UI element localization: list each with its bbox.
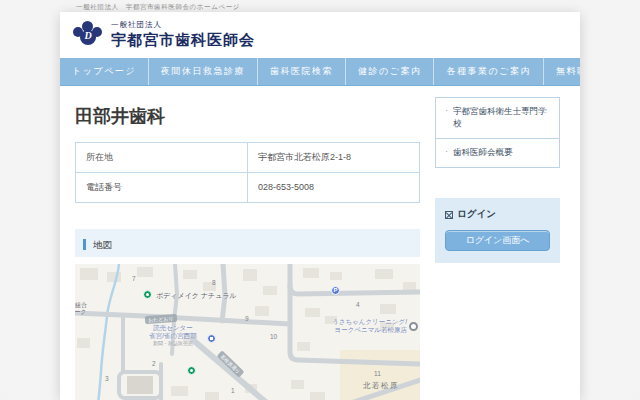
login-box: ログイン ログイン画面へ [435,198,560,263]
main-nav: トップページ 夜間休日救急診療 歯科医院検索 健診のご案内 各種事業のご案内 無… [60,58,580,86]
nav-item-top[interactable]: トップページ [60,58,148,85]
bullet-icon: ・ [443,147,450,159]
area-label: 北若松原 [363,381,399,391]
association-logo-icon[interactable]: D [72,21,104,49]
login-title: ログイン [445,208,550,221]
map-section-title: 地図 [83,239,112,250]
content-area: 田部井歯科 所在地 宇都宮市北若松原2-1-8 電話番号 028-653-500… [60,86,580,400]
org-type: 一般社団法人 [111,20,255,30]
plot-number: 8 [212,279,216,286]
phone-value: 028-653-5008 [248,172,420,202]
table-row-address: 所在地 宇都宮市北若松原2-1-8 [76,142,420,172]
yomiuri-poi-label: 読売センター 雀宮/雀の宮西部 新聞・雑誌販売店 [137,324,209,347]
cleaning-poi-marker-icon[interactable] [409,322,418,331]
map-embed[interactable]: おたどおり 若松原通り 協同組合 ワーク ボディメイク ナチュラル 読売センター… [75,264,420,400]
nav-item-clinic-search[interactable]: 歯科医院検索 [257,58,345,85]
plot-number: 9 [245,315,249,322]
fitness-poi-marker-icon[interactable] [143,290,152,299]
login-icon [445,211,453,219]
road-label: おたどおり [145,314,177,324]
logo-letter: D [82,30,94,41]
address-value: 宇都宮市北若松原2-1-8 [248,142,420,172]
plot-number: 7 [132,275,136,282]
nav-item-job-agency[interactable]: 無料職業紹介所 [543,58,580,85]
sidebar-link-association-overview[interactable]: ・ 歯科医師会概要 [436,138,559,167]
login-button[interactable]: ログイン画面へ [445,230,550,251]
cleaning-poi-label: うさちゃんクリーニング/ ヨークベニマル若松原店 [327,318,407,334]
site-header: D 一般社団法人 宇都宮市歯科医師会 [60,12,580,58]
fitness-poi-label: ボディメイク ナチュラル [156,291,237,301]
partial-poi-label: 協同組合 ワーク [75,302,87,318]
nav-item-emergency[interactable]: 夜間休日救急診療 [148,58,257,85]
plot-number: 3 [105,375,109,382]
plot-number: 10 [270,333,277,340]
sidebar-link-label: 歯科医師会概要 [453,147,513,159]
table-row-phone: 電話番号 028-653-5008 [76,172,420,202]
plot-number: 11 [374,370,381,377]
nav-item-checkup[interactable]: 健診のご案内 [345,58,433,85]
phone-label: 電話番号 [76,172,248,202]
org-name: 宇都宮市歯科医師会 [111,31,255,50]
park-marker-icon[interactable] [187,366,196,375]
plot-number: 2 [152,360,156,367]
clinic-name-title: 田部井歯科 [75,106,420,128]
site-title-block: 一般社団法人 宇都宮市歯科医師会 [111,20,255,50]
sidebar-links-box: ・ 宇都宮歯科衛生士専門学校 ・ 歯科医師会概要 [435,97,560,168]
plot-number: 4 [356,301,360,308]
map-section-header: 地図 [75,229,420,257]
parking-marker-icon[interactable]: P [331,286,340,295]
sidebar-link-hygienist-school[interactable]: ・ 宇都宮歯科衛生士専門学校 [436,98,559,138]
site-tagline: 一般社団法人 宇都宮市歯科医師会のホームページ [76,3,240,12]
sidebar-link-label: 宇都宮歯科衛生士専門学校 [453,106,552,130]
sidebar: ・ 宇都宮歯科衛生士専門学校 ・ 歯科医師会概要 ログイン ログイン画面へ [435,86,560,400]
main-column: 田部井歯科 所在地 宇都宮市北若松原2-1-8 電話番号 028-653-500… [75,86,420,400]
address-label: 所在地 [76,142,248,172]
bullet-icon: ・ [443,106,450,130]
plot-number: 1 [231,387,235,394]
yomiuri-poi-marker-icon[interactable] [207,334,216,343]
nav-item-services[interactable]: 各種事業のご案内 [433,58,542,85]
clinic-info-table: 所在地 宇都宮市北若松原2-1-8 電話番号 028-653-5008 [75,142,420,203]
page-container: D 一般社団法人 宇都宮市歯科医師会 トップページ 夜間休日救急診療 歯科医院検… [60,12,580,400]
